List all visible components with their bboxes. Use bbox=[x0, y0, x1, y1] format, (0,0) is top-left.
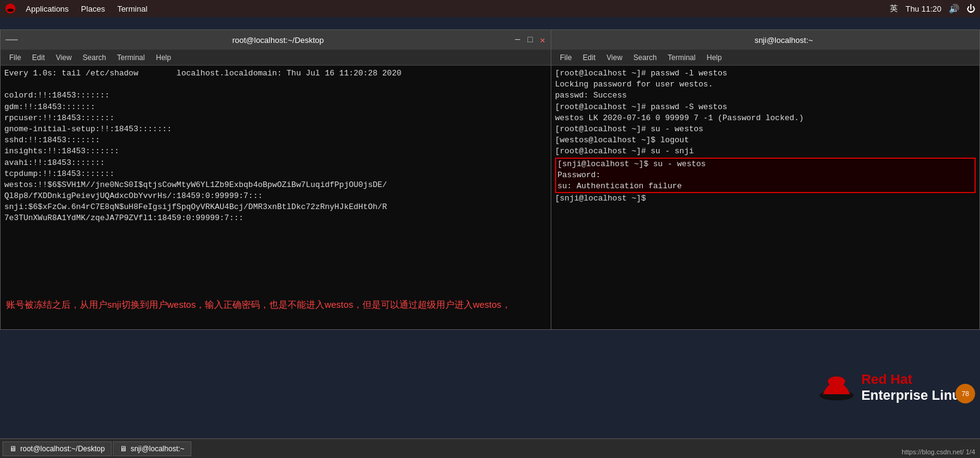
redhat-text-block: Red Hat Enterprise Linux bbox=[861, 372, 968, 403]
terminal-title-left: root@localhost:~/Desktop bbox=[42, 36, 514, 45]
menu-help-right[interactable]: Help bbox=[702, 52, 727, 63]
terminal-controls-left: ─ □ ✕ bbox=[514, 35, 546, 45]
annotation-text: 账号被冻结之后，从用户snji切换到用户westos，输入正确密码，也是不能进入… bbox=[6, 299, 546, 311]
taskbar-icon-snji: 🖥 bbox=[120, 445, 127, 453]
svg-point-3 bbox=[828, 376, 845, 386]
menu-terminal[interactable]: Terminal bbox=[112, 3, 152, 15]
terminal-menubar-right: File Edit View Search Terminal Help bbox=[551, 50, 979, 66]
menu-terminal-left[interactable]: Terminal bbox=[112, 52, 150, 63]
terminal-body-right[interactable]: [root@localhost ~]# passwd -l westos Loc… bbox=[551, 66, 979, 329]
terminal-body-left[interactable]: Every 1.0s: tail /etc/shadow localhost.l… bbox=[1, 66, 551, 329]
svg-point-1 bbox=[7, 9, 14, 12]
redhat-product: Enterprise Linux bbox=[861, 387, 968, 403]
redhat-branding: Red Hat Enterprise Linux bbox=[818, 372, 968, 403]
taskbar-label-snji: snji@localhost:~ bbox=[131, 445, 185, 453]
menu-view-right[interactable]: View bbox=[602, 52, 627, 63]
datetime-display: Thu 11:20 bbox=[905, 4, 941, 13]
taskbar-item-snji[interactable]: 🖥 snji@localhost:~ bbox=[113, 441, 191, 456]
taskbar: 🖥 root@localhost:~/Desktop 🖥 snji@localh… bbox=[0, 438, 980, 458]
maximize-button-left[interactable]: □ bbox=[526, 35, 534, 45]
top-bar-left: Applications Places Terminal bbox=[5, 3, 152, 15]
taskbar-item-root[interactable]: 🖥 root@localhost:~/Desktop bbox=[2, 441, 112, 456]
taskbar-label-root: root@localhost:~/Desktop bbox=[20, 445, 105, 453]
top-bar-right: 英 Thu 11:20 🔊 ⏻ bbox=[890, 3, 975, 14]
menu-edit-right[interactable]: Edit bbox=[578, 52, 600, 63]
menu-terminal-right[interactable]: Terminal bbox=[663, 52, 700, 63]
taskbar-right-text: https://blog.csdn.net/ 1/4 bbox=[902, 448, 975, 456]
menu-search-left[interactable]: Search bbox=[78, 52, 111, 63]
menu-view-left[interactable]: View bbox=[51, 52, 77, 63]
redhat-logo-icon bbox=[5, 3, 16, 14]
redhat-name: Red Hat bbox=[861, 372, 968, 387]
terminal-titlebar-right: snji@localhost:~ bbox=[551, 30, 979, 50]
menu-applications[interactable]: Applications bbox=[21, 3, 74, 15]
menu-file-left[interactable]: File bbox=[4, 52, 26, 63]
power-icon[interactable]: ⏻ bbox=[967, 4, 975, 13]
terminal-title-right: snji@localhost:~ bbox=[593, 36, 974, 45]
top-menu-bar: Applications Places Terminal 英 Thu 11:20… bbox=[0, 0, 980, 17]
redhat-hat-icon bbox=[818, 372, 855, 403]
taskbar-icon-root: 🖥 bbox=[9, 445, 17, 453]
minimize-button-left[interactable]: ─ bbox=[514, 35, 521, 45]
language-indicator: 英 bbox=[890, 3, 898, 14]
page-badge: 78 bbox=[955, 384, 975, 403]
terminal-window-right: snji@localhost:~ File Edit View Search T… bbox=[551, 29, 980, 330]
terminal-titlebar-left: root@localhost:~/Desktop ─ □ ✕ bbox=[1, 30, 551, 50]
menu-search-right[interactable]: Search bbox=[629, 52, 662, 63]
menu-file-right[interactable]: File bbox=[555, 52, 576, 63]
terminal-window-left: root@localhost:~/Desktop ─ □ ✕ File Edit… bbox=[0, 29, 552, 330]
desktop: root@localhost:~/Desktop ─ □ ✕ File Edit… bbox=[0, 17, 980, 440]
volume-icon[interactable]: 🔊 bbox=[949, 4, 959, 13]
menu-edit-left[interactable]: Edit bbox=[27, 52, 50, 63]
close-button-left[interactable]: ✕ bbox=[539, 35, 546, 45]
menu-places[interactable]: Places bbox=[76, 3, 110, 15]
menu-help-left[interactable]: Help bbox=[151, 52, 176, 63]
terminal-menubar-left: File Edit View Search Terminal Help bbox=[1, 50, 551, 66]
